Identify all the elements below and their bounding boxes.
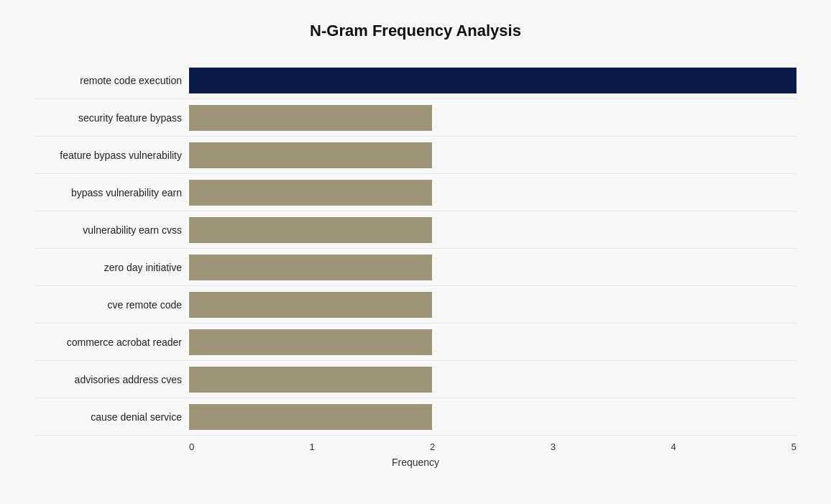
bar-track (189, 68, 796, 93)
bar-label: feature bypass vulnerability (35, 150, 189, 161)
bar-fill (189, 180, 432, 206)
bar-fill (189, 329, 432, 355)
bar-row: security feature bypass (35, 99, 796, 137)
chart-container: N-Gram Frequency Analysis remote code ex… (20, 7, 811, 497)
bar-row: bypass vulnerability earn (35, 174, 796, 211)
bar-label: advisories address cves (35, 374, 189, 385)
x-tick-label: 4 (671, 441, 676, 452)
bar-row: vulnerability earn cvss (35, 211, 796, 249)
x-tick-label: 5 (791, 441, 796, 452)
bar-row: remote code execution (35, 62, 796, 99)
x-tick-label: 2 (430, 441, 435, 452)
x-tick-label: 1 (310, 441, 315, 452)
x-tick-label: 0 (189, 441, 194, 452)
bar-fill (189, 255, 432, 280)
bar-label: remote code execution (35, 75, 189, 86)
bar-row: commerce acrobat reader (35, 324, 796, 361)
bar-fill (189, 142, 432, 168)
chart-area: remote code executionsecurity feature by… (35, 62, 796, 436)
bar-label: cve remote code (35, 299, 189, 311)
x-axis: 012345 (189, 441, 796, 452)
bar-row: cve remote code (35, 286, 796, 324)
bar-label: zero day initiative (35, 262, 189, 273)
x-axis-labels: 012345 (189, 441, 796, 452)
bar-row: advisories address cves (35, 361, 796, 398)
bar-fill (189, 105, 432, 131)
bar-label: bypass vulnerability earn (35, 187, 189, 198)
bar-fill (189, 217, 432, 243)
x-axis-title: Frequency (35, 457, 796, 468)
bar-fill (189, 292, 432, 318)
bar-track (189, 404, 796, 430)
bar-track (189, 329, 796, 355)
bar-track (189, 255, 796, 280)
bar-label: cause denial service (35, 411, 189, 423)
x-tick-label: 3 (551, 441, 556, 452)
bar-label: vulnerability earn cvss (35, 224, 189, 236)
bar-row: cause denial service (35, 398, 796, 436)
bar-row: feature bypass vulnerability (35, 137, 796, 174)
bar-row: zero day initiative (35, 249, 796, 286)
bar-fill (189, 367, 432, 393)
bar-track (189, 180, 796, 206)
chart-title: N-Gram Frequency Analysis (35, 22, 796, 40)
bar-label: security feature bypass (35, 112, 189, 124)
bar-track (189, 292, 796, 318)
bar-track (189, 105, 796, 131)
bar-fill (189, 404, 432, 430)
bar-track (189, 217, 796, 243)
bar-track (189, 367, 796, 393)
bar-label: commerce acrobat reader (35, 336, 189, 348)
bar-track (189, 142, 796, 168)
bar-fill (189, 68, 796, 93)
